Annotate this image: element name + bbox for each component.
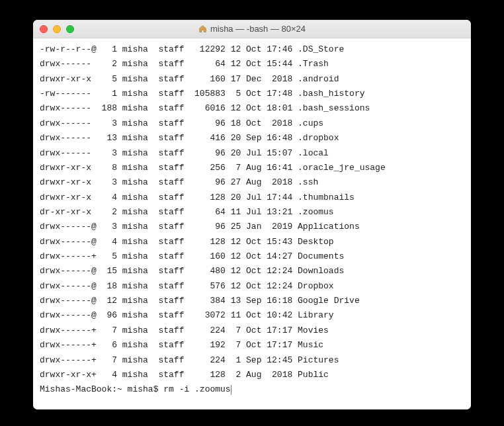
prompt-line[interactable]: Mishas-MacBook:~ misha$ rm -i .zoomus	[40, 382, 464, 397]
titlebar[interactable]: misha — -bash — 80×24	[33, 20, 471, 38]
listing-row: drwx------+ 7 misha staff 224 7 Oct 17:1…	[40, 323, 464, 338]
listing-row: drwx------@ 15 misha staff 480 12 Oct 12…	[40, 264, 464, 278]
listing-row: dr-xr-xr-x 2 misha staff 64 11 Jul 13:21…	[40, 205, 464, 220]
listing-row: drwx------ 188 misha staff 6016 12 Oct 1…	[40, 101, 464, 116]
window-title: misha — -bash — 80×24	[33, 24, 471, 34]
maximize-button[interactable]	[66, 25, 74, 33]
listing-row: -rw-r--r--@ 1 misha staff 12292 12 Oct 1…	[40, 42, 464, 57]
listing-row: drwx------+ 7 misha staff 224 1 Sep 12:4…	[40, 353, 464, 368]
listing-row: drwxr-xr-x 3 misha staff 96 27 Aug 2018 …	[40, 175, 464, 190]
traffic-lights	[40, 25, 74, 33]
listing-row: drwxr-xr-x 4 misha staff 128 20 Jul 17:4…	[40, 191, 464, 205]
listing-row: drwx------+ 5 misha staff 160 12 Oct 14:…	[40, 249, 464, 264]
prompt-prefix: Mishas-MacBook:~ misha$	[40, 382, 163, 397]
listing-row: drwx------ 13 misha staff 416 20 Sep 16:…	[40, 131, 464, 146]
terminal-output[interactable]: -rw-r--r--@ 1 misha staff 12292 12 Oct 1…	[33, 38, 471, 409]
listing-row: drwxr-xr-x+ 4 misha staff 128 2 Aug 2018…	[40, 368, 464, 382]
listing-row: drwx------ 2 misha staff 64 12 Oct 15:44…	[40, 57, 464, 71]
listing-row: drwx------ 3 misha staff 96 20 Jul 15:07…	[40, 146, 464, 161]
listing-row: drwxr-xr-x 8 misha staff 256 7 Aug 16:41…	[40, 161, 464, 175]
terminal-window: misha — -bash — 80×24 -rw-r--r--@ 1 mish…	[33, 20, 471, 409]
listing-row: drwx------@ 96 misha staff 3072 11 Oct 1…	[40, 308, 464, 323]
listing-row: drwx------@ 3 misha staff 96 25 Jan 2019…	[40, 220, 464, 234]
minimize-button[interactable]	[53, 25, 61, 33]
listing-row: drwx------@ 4 misha staff 128 12 Oct 15:…	[40, 235, 464, 249]
listing-row: drwx------@ 12 misha staff 384 13 Sep 16…	[40, 294, 464, 308]
listing-row: -rw------- 1 misha staff 105883 5 Oct 17…	[40, 87, 464, 101]
home-icon	[198, 24, 207, 33]
close-button[interactable]	[40, 25, 48, 33]
text-cursor	[231, 385, 231, 395]
prompt-command[interactable]: rm -i .zoomus	[163, 382, 230, 397]
listing-row: drwxr-xr-x 5 misha staff 160 17 Dec 2018…	[40, 72, 464, 87]
listing-row: drwx------@ 18 misha staff 576 12 Oct 12…	[40, 279, 464, 294]
window-title-text: misha — -bash — 80×24	[210, 24, 306, 34]
listing-row: drwx------ 3 misha staff 96 18 Oct 2018 …	[40, 116, 464, 131]
listing-row: drwx------+ 6 misha staff 192 7 Oct 17:1…	[40, 338, 464, 353]
